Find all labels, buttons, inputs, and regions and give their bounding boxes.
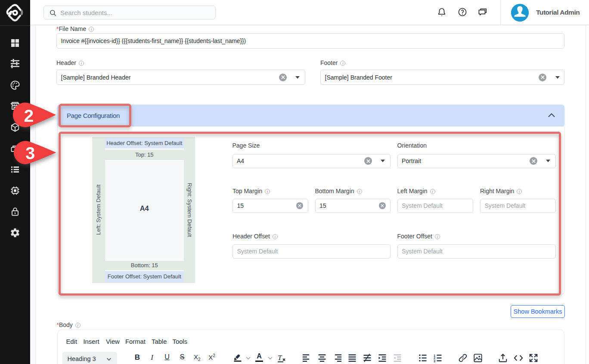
- svg-text:T: T: [278, 354, 282, 362]
- svg-text:2: 2: [24, 106, 34, 126]
- svg-text:3: 3: [434, 359, 435, 363]
- svg-text:3: 3: [25, 144, 35, 163]
